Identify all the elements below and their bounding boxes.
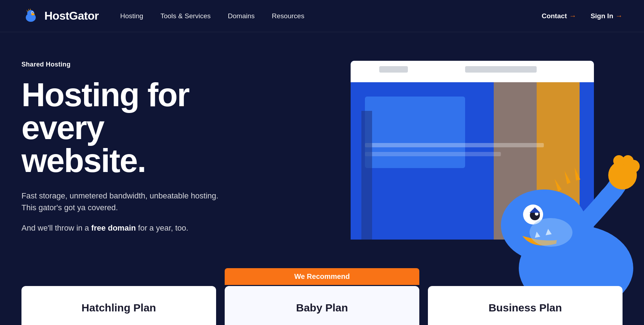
hero-content: Shared Hosting Hosting for every website…: [0, 32, 250, 325]
svg-point-32: [613, 155, 625, 167]
nav-links: Hosting Tools & Services Domains Resourc…: [120, 12, 542, 20]
svg-point-36: [530, 218, 572, 247]
hero-eyebrow: Shared Hosting: [21, 61, 229, 68]
pricing-strip: Hatchling Plan We Recommend Baby Plan Bu…: [0, 286, 644, 325]
nav-link-domains[interactable]: Domains: [228, 12, 255, 20]
navigation: HostGator Hosting Tools & Services Domai…: [0, 0, 644, 32]
svg-point-4: [32, 12, 33, 13]
hero-section: Shared Hosting Hosting for every website…: [0, 32, 644, 325]
nav-link-tools-services[interactable]: Tools & Services: [160, 12, 210, 20]
contact-link[interactable]: Contact →: [542, 12, 576, 20]
logo-icon: [21, 7, 40, 25]
logo[interactable]: HostGator: [21, 7, 99, 25]
contact-arrow-icon: →: [569, 12, 576, 20]
logo-text: HostGator: [44, 9, 99, 23]
recommend-badge: We Recommend: [225, 268, 419, 285]
nav-link-resources[interactable]: Resources: [272, 12, 304, 20]
signin-arrow-icon: →: [615, 12, 623, 20]
hero-description: Fast storage, unmetered bandwidth, unbea…: [21, 190, 222, 213]
nav-link-hosting[interactable]: Hosting: [120, 12, 143, 20]
hero-title: Hosting for every website.: [21, 78, 229, 177]
business-plan-card: Business Plan: [428, 286, 623, 325]
svg-rect-18: [365, 143, 544, 147]
svg-rect-20: [361, 111, 372, 240]
svg-point-5: [31, 13, 35, 15]
hatchling-plan-title: Hatchling Plan: [82, 302, 156, 314]
svg-rect-19: [365, 152, 501, 156]
svg-rect-13: [465, 66, 537, 73]
business-plan-title: Business Plan: [488, 302, 562, 314]
svg-rect-15: [365, 97, 465, 168]
signin-link[interactable]: Sign In →: [591, 12, 623, 20]
hero-free-domain: And we'll throw in a free domain for a y…: [21, 222, 229, 234]
svg-point-2: [27, 10, 34, 16]
baby-plan-card: We Recommend Baby Plan: [225, 286, 419, 325]
baby-plan-title: Baby Plan: [296, 302, 348, 314]
nav-right: Contact → Sign In →: [542, 12, 623, 20]
svg-rect-12: [379, 66, 408, 73]
svg-rect-11: [351, 75, 594, 82]
hatchling-plan-card: Hatchling Plan: [21, 286, 216, 325]
